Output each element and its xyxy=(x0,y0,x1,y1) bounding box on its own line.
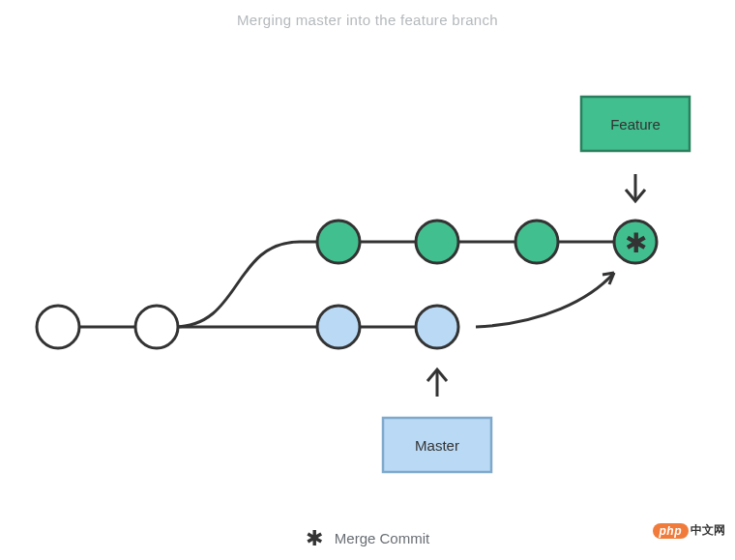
merge-curve xyxy=(476,273,614,327)
commit-node xyxy=(416,221,458,263)
master-label-text: Master xyxy=(415,437,459,454)
watermark-text: 中文网 xyxy=(691,522,725,539)
commit-node xyxy=(37,306,79,348)
commit-node xyxy=(416,306,458,348)
commit-node xyxy=(515,221,558,263)
watermark: php 中文网 xyxy=(653,522,726,539)
commit-node xyxy=(317,221,360,263)
commit-node xyxy=(135,306,178,348)
legend-text: Merge Commit xyxy=(335,530,429,546)
feature-label-text: Feature xyxy=(610,116,661,133)
legend-marker-icon: ✱ xyxy=(306,526,323,550)
commit-node xyxy=(317,306,360,348)
legend: ✱Merge Commit xyxy=(0,527,735,552)
branch-curve xyxy=(174,242,300,327)
watermark-badge: php xyxy=(653,523,690,539)
merge-commit-marker-icon: ✱ xyxy=(625,228,647,258)
git-merge-diagram: ✱ Feature Master xyxy=(0,0,735,560)
